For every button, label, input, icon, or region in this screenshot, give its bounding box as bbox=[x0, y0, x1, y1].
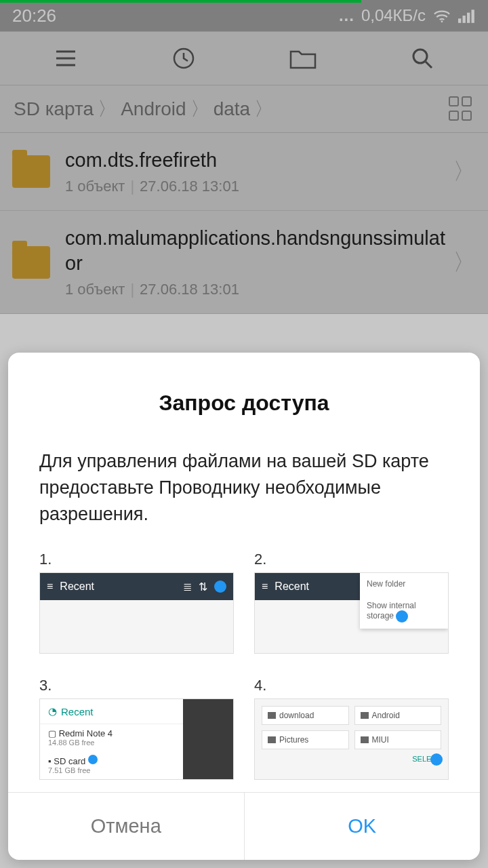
permission-dialog: Запрос доступа Для управления файлами на… bbox=[8, 353, 480, 860]
dialog-title: Запрос доступа bbox=[39, 391, 449, 416]
step-2: 2. ≡Recent New folder Show internal stor… bbox=[254, 551, 449, 654]
dialog-text: Для управления файлами на вашей SD карте… bbox=[39, 448, 449, 528]
step-4: 4. download Android Pictures MIUI SELECT bbox=[254, 677, 449, 780]
cancel-button[interactable]: Отмена bbox=[8, 793, 245, 860]
step-3: 3. ◔Recent ▢ Redmi Note 414.88 GB free ▪… bbox=[39, 677, 234, 780]
step-1: 1. ≡Recent≣⇅ bbox=[39, 551, 234, 654]
instructions-grid: 1. ≡Recent≣⇅ 2. ≡Recent New folder Show … bbox=[39, 551, 449, 780]
ok-button[interactable]: OK bbox=[245, 793, 481, 860]
dialog-buttons: Отмена OK bbox=[8, 792, 480, 860]
